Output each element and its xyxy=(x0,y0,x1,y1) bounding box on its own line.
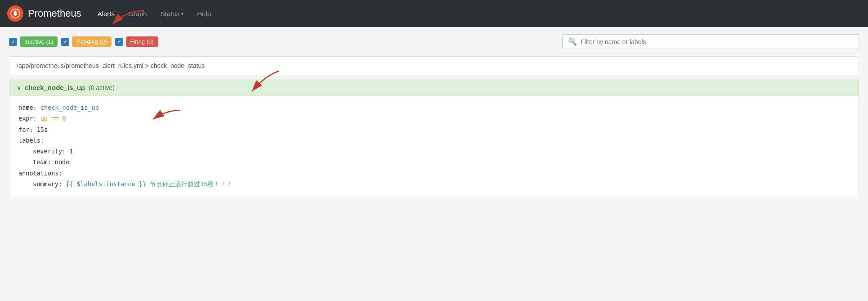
status-caret-icon: ▾ xyxy=(181,11,183,16)
inactive-filter: ✓ Inactive (1) xyxy=(9,36,58,47)
alert-active-count: (0 active) xyxy=(89,84,115,91)
alert-body: name: check_node_is_up expr: up == 0 for… xyxy=(9,96,859,196)
pending-badge[interactable]: Pending (0) xyxy=(72,36,111,47)
field-severity: severity: 1 xyxy=(18,146,850,157)
filter-row: ✓ Inactive (1) ✓ Pending (0) ✓ Firing (0… xyxy=(9,34,859,49)
badge-group: ✓ Inactive (1) ✓ Pending (0) ✓ Firing (0… xyxy=(9,36,158,47)
field-annotations: annotations: xyxy=(18,168,850,179)
firing-badge[interactable]: Firing (0) xyxy=(126,36,158,47)
nav-help[interactable]: Help xyxy=(192,6,216,21)
chevron-down-icon: ∨ xyxy=(17,84,21,91)
field-labels: labels: xyxy=(18,135,850,146)
nav-status[interactable]: Status ▾ xyxy=(155,6,189,21)
breadcrumb: /app/prometheus/prometheus_alert_rules.y… xyxy=(9,56,859,75)
search-input[interactable] xyxy=(581,38,853,45)
field-expr: expr: up == 0 xyxy=(18,113,850,124)
nav-links: Alerts Graph Status ▾ Help xyxy=(92,6,861,21)
brand-link[interactable]: Prometheus xyxy=(7,5,81,22)
inactive-badge[interactable]: Inactive (1) xyxy=(20,36,58,47)
pending-checkbox[interactable]: ✓ xyxy=(61,38,69,46)
navbar: Prometheus Alerts Graph Status ▾ Help xyxy=(0,0,868,27)
brand-text: Prometheus xyxy=(28,8,81,19)
alert-name: check_node_is_up xyxy=(25,84,85,91)
nav-alerts[interactable]: Alerts xyxy=(92,6,120,21)
inactive-checkbox[interactable]: ✓ xyxy=(9,38,17,46)
nav-graph[interactable]: Graph xyxy=(123,6,152,21)
content-area: ✓ Inactive (1) ✓ Pending (0) ✓ Firing (0… xyxy=(0,27,868,301)
firing-checkbox[interactable]: ✓ xyxy=(115,38,123,46)
search-icon: 🔍 xyxy=(568,37,577,46)
pending-filter: ✓ Pending (0) xyxy=(61,36,111,47)
field-summary: summary: {{ $labels.instance }} 节点停止运行超过… xyxy=(18,179,850,189)
field-name: name: check_node_is_up xyxy=(18,102,850,113)
field-for: for: 15s xyxy=(18,124,850,135)
brand-icon xyxy=(7,5,23,22)
firing-filter: ✓ Firing (0) xyxy=(115,36,158,47)
field-team: team: node xyxy=(18,157,850,167)
alert-header[interactable]: ∨ check_node_is_up (0 active) xyxy=(9,79,859,96)
search-container: 🔍 xyxy=(562,34,859,49)
alert-block: ∨ check_node_is_up (0 active) name: chec… xyxy=(9,79,859,196)
